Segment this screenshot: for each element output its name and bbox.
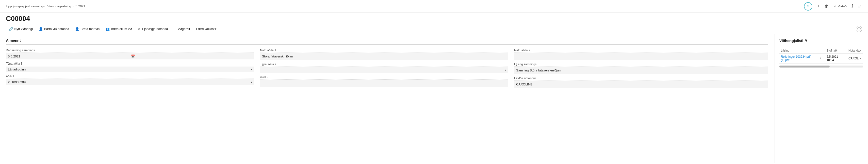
operations-button[interactable]: Aðgerðir bbox=[175, 26, 193, 32]
info-icon: ⓘ bbox=[858, 27, 861, 31]
scrollbar-thumb bbox=[779, 66, 830, 68]
form-col-3: Nafn aðila 2 Lýsing samnings Samning Stó… bbox=[514, 49, 768, 88]
field-nafn2: Nafn aðila 2 bbox=[514, 49, 768, 60]
right-panel: Viðhengjalisti ∨ Lýsing Stofnað Notandak… bbox=[774, 34, 868, 163]
add-me-label: Bæta mér við bbox=[81, 27, 99, 31]
field-typa2: Týpa aðila 2 ▾ bbox=[260, 63, 508, 73]
link-icon: 🔗 bbox=[9, 27, 13, 31]
operations-label: Aðgerðir bbox=[178, 27, 190, 31]
export-button[interactable]: ⤴ bbox=[851, 3, 854, 9]
label-nafn1: Nafn aðila 1 bbox=[260, 49, 508, 53]
add-user-label: Bæta við notanda bbox=[44, 27, 69, 31]
form-col-1: Dagsetning samnings 5.5.2021 📅 Týpa aðil… bbox=[6, 49, 260, 88]
field-adili1: Aðili 1 2810933209 ▾ bbox=[6, 75, 254, 85]
col-created: Stofnað bbox=[825, 48, 847, 53]
select-typa2[interactable]: ▾ bbox=[260, 67, 508, 73]
label-adili1: Aðili 1 bbox=[6, 75, 254, 79]
delete-button[interactable]: 🗑 bbox=[824, 3, 829, 9]
new-attachment-label: Nýtt viðhengi bbox=[14, 27, 33, 31]
form-col-2: Nafn aðila 1 Stóra fataverskmiðjan Týpa … bbox=[260, 49, 514, 88]
delete-icon: 🗑 bbox=[824, 3, 829, 9]
add-all-label: Bæta öllum við bbox=[111, 27, 132, 31]
adili1-select[interactable]: 2810933209 bbox=[8, 80, 251, 84]
chevron-down-icon-2: ▾ bbox=[251, 81, 252, 83]
typa2-select[interactable] bbox=[262, 68, 505, 72]
chevron-down-icon-3: ▾ bbox=[505, 69, 506, 72]
add-user-button[interactable]: 👤 Bæta við notanda bbox=[36, 26, 72, 32]
field-lysing: Lýsing samnings Samning Stóra fataverskm… bbox=[514, 63, 768, 74]
top-bar-actions: ✎ + 🗑 bbox=[804, 2, 829, 10]
plus-icon: + bbox=[817, 3, 820, 9]
field-leyfdir: Leyfðir notendur CAROLINE bbox=[514, 77, 768, 88]
value-lysing: Samning Stóra fataverskmiðjan bbox=[514, 67, 768, 74]
saved-label: Vistað bbox=[834, 4, 846, 8]
value-nafn1: Stóra fataverskmiðjan bbox=[260, 53, 508, 60]
attachment-menu-button[interactable]: ⋮ bbox=[818, 56, 824, 62]
add-button[interactable]: + bbox=[817, 3, 820, 9]
expand-icon: ⤢ bbox=[858, 3, 862, 9]
main-content: Almennt Dagsetning samnings 5.5.2021 📅 T… bbox=[0, 34, 868, 163]
label-typa2: Týpa aðila 2 bbox=[260, 63, 508, 67]
left-panel: Almennt Dagsetning samnings 5.5.2021 📅 T… bbox=[0, 34, 774, 163]
col-description: Lýsing bbox=[779, 48, 825, 53]
attachment-table: Lýsing Stofnað Notandak Reikningur 10323… bbox=[779, 48, 863, 64]
attachment-header: Viðhengjalisti ∨ bbox=[779, 38, 863, 45]
edit-button[interactable]: ✎ bbox=[804, 2, 812, 10]
attachment-created-cell: 5.5.2021 10:34 bbox=[825, 53, 847, 64]
top-bar-right: Vistað ⤴ ⤢ bbox=[834, 3, 862, 9]
remove-icon: ✕ bbox=[138, 27, 141, 31]
export-icon: ⤴ bbox=[851, 3, 854, 9]
form-grid: Dagsetning samnings 5.5.2021 📅 Týpa aðil… bbox=[6, 49, 768, 88]
info-button[interactable]: ⓘ bbox=[856, 26, 862, 32]
label-dagsetning: Dagsetning samnings bbox=[6, 49, 254, 53]
label-typa1: Týpa aðila 1 bbox=[6, 62, 254, 66]
label-adili2: Aðili 2 bbox=[260, 75, 508, 80]
label-nafn2: Nafn aðila 2 bbox=[514, 49, 768, 53]
chevron-down-icon: ▾ bbox=[251, 68, 252, 71]
table-row: Reikningur 103234.pdf (1).pdf ⋮ 5.5.2021… bbox=[779, 53, 863, 64]
select-typa1[interactable]: Lánadrottinn ▾ bbox=[6, 67, 254, 72]
field-nafn1: Nafn aðila 1 Stóra fataverskmiðjan bbox=[260, 49, 508, 60]
more-options-button[interactable]: Færri valkostir bbox=[193, 26, 219, 32]
field-typa1: Týpa aðila 1 Lánadrottinn ▾ bbox=[6, 62, 254, 72]
add-all-button[interactable]: 👥 Bæta öllum við bbox=[102, 26, 135, 32]
users-icon: 👤 bbox=[75, 27, 79, 31]
record-id: C00004 bbox=[0, 13, 868, 24]
attachment-table-header-row: Lýsing Stofnað Notandak bbox=[779, 48, 863, 53]
date-value: 5.5.2021 bbox=[8, 54, 129, 58]
attachment-user-cell: CAROLIN bbox=[847, 53, 863, 64]
edit-icon: ✎ bbox=[807, 4, 810, 9]
value-leyfdir: CAROLINE bbox=[514, 81, 768, 88]
scrollbar[interactable] bbox=[779, 66, 863, 68]
attachment-header-label: Viðhengjalisti bbox=[779, 39, 803, 43]
col-user: Notandak bbox=[847, 48, 863, 53]
user-add-icon: 👤 bbox=[39, 27, 43, 31]
field-dagsetning: Dagsetning samnings 5.5.2021 📅 bbox=[6, 49, 254, 59]
label-lysing: Lýsing samnings bbox=[514, 63, 768, 67]
attachment-link[interactable]: Reikningur 103234.pdf (1).pdf bbox=[781, 55, 818, 62]
typa1-select[interactable]: Lánadrottinn bbox=[8, 68, 251, 71]
attachment-description-cell: Reikningur 103234.pdf (1).pdf ⋮ bbox=[779, 53, 825, 64]
input-dagsetning[interactable]: 5.5.2021 📅 bbox=[6, 53, 254, 59]
new-attachment-button[interactable]: 🔗 Nýtt viðhengi bbox=[6, 26, 36, 32]
action-bar: 🔗 Nýtt viðhengi 👤 Bæta við notanda 👤 Bæt… bbox=[0, 24, 868, 34]
label-leyfdir: Leyfðir notendur bbox=[514, 77, 768, 81]
action-divider bbox=[173, 26, 173, 32]
top-bar: Upplýsingaspjald samnings | Vinnudagsetn… bbox=[0, 0, 868, 13]
remove-user-label: Fjarlægja notanda bbox=[142, 27, 168, 31]
section-title: Almennt bbox=[6, 38, 768, 45]
remove-user-button[interactable]: ✕ Fjarlægja notanda bbox=[135, 26, 171, 32]
value-adili2 bbox=[260, 80, 508, 87]
add-me-button[interactable]: 👤 Bæta mér við bbox=[72, 26, 102, 32]
attachment-chevron-icon: ∨ bbox=[805, 38, 807, 43]
page-title: Upplýsingaspjald samnings | Vinnudagsetn… bbox=[6, 4, 799, 8]
expand-button[interactable]: ⤢ bbox=[858, 3, 862, 9]
dots-icon: ⋮ bbox=[819, 56, 823, 60]
calendar-icon: 📅 bbox=[131, 54, 252, 58]
users-add-icon: 👥 bbox=[105, 27, 110, 31]
field-adili2: Aðili 2 bbox=[260, 75, 508, 87]
value-nafn2 bbox=[514, 53, 768, 60]
more-options-label: Færri valkostir bbox=[196, 27, 216, 31]
select-adili1[interactable]: 2810933209 ▾ bbox=[6, 79, 254, 85]
